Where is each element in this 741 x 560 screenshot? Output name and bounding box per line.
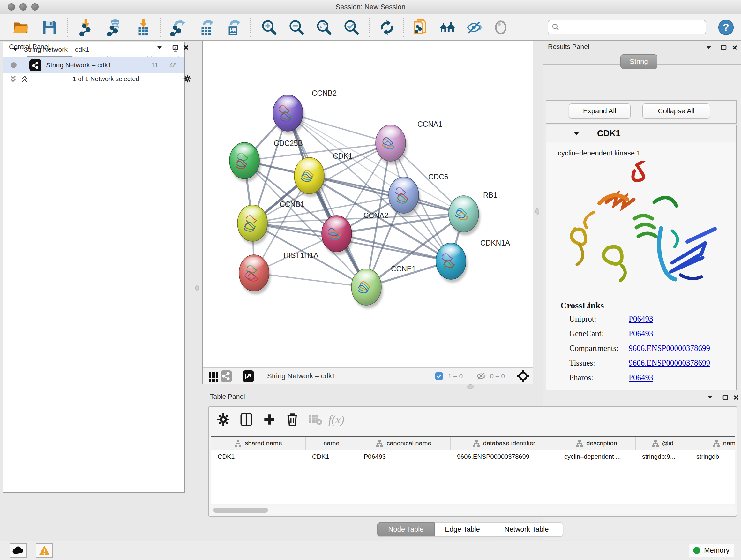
- gene-entry-header[interactable]: CDK1: [546, 125, 736, 142]
- import-network-from-database-button[interactable]: [105, 18, 124, 37]
- import-network-from-file-button[interactable]: [77, 18, 96, 37]
- column-header-label: shared name: [245, 440, 282, 447]
- tab-node-table[interactable]: Node Table: [377, 522, 434, 537]
- results-panel-menu-button[interactable]: [704, 44, 713, 52]
- columns-icon: [239, 412, 254, 427]
- node-RB1[interactable]: [449, 196, 480, 235]
- string-home-button[interactable]: [438, 18, 456, 37]
- gear-icon: [183, 74, 192, 84]
- search-field[interactable]: [548, 20, 706, 35]
- zoom-in-button[interactable]: [260, 18, 278, 37]
- tab-network-table[interactable]: Network Table: [490, 522, 563, 537]
- column-header--id[interactable]: @id: [636, 437, 690, 450]
- network-options-button[interactable]: [183, 75, 192, 83]
- zoom-selected-icon: [343, 19, 360, 36]
- delete-column-button[interactable]: [283, 411, 301, 428]
- network-view-panel: CCNB2CCNA1CDC25BCDK1CDC6RB1CCNB1CCNA2HIS…: [202, 41, 533, 384]
- cloud-status-button[interactable]: [10, 543, 27, 558]
- table-cell[interactable]: stringdb:9...: [636, 450, 690, 463]
- crosslink-value-link[interactable]: 9606.ENSP00000378699: [629, 344, 710, 353]
- table-horizontal-scrollbar[interactable]: [211, 506, 735, 514]
- help-button[interactable]: ?: [717, 18, 735, 37]
- table-cell[interactable]: CDK1: [211, 450, 306, 463]
- export-table-button[interactable]: [197, 18, 216, 37]
- crosslink-value-link[interactable]: P06493: [629, 329, 653, 338]
- hide-unhide-button[interactable]: [465, 18, 483, 37]
- table-cell[interactable]: stringdb: [690, 450, 735, 463]
- table-cell[interactable]: P06493: [357, 450, 451, 463]
- node-CDK1[interactable]: [294, 158, 326, 197]
- open-session-button[interactable]: [11, 18, 30, 37]
- center-view-button[interactable]: [517, 370, 529, 382]
- table-row[interactable]: CDK1CDK1P064939606.ENSP00000378699cyclin…: [211, 450, 735, 463]
- table-cell[interactable]: cyclin–dependent ...: [558, 450, 636, 463]
- protein-structure-image: [558, 161, 724, 295]
- svg-text:?: ?: [723, 21, 729, 33]
- node-CCNB2[interactable]: [273, 95, 305, 134]
- left-splitter-handle[interactable]: [195, 285, 199, 291]
- string-document-button[interactable]: [412, 18, 430, 37]
- node-label-CDK1: CDK1: [333, 152, 352, 160]
- collapse-all-networks-button[interactable]: [9, 75, 17, 83]
- zoom-selected-button[interactable]: [342, 18, 360, 37]
- table-cell[interactable]: 9606.ENSP00000378699: [451, 450, 558, 463]
- delete-table-button-disabled: [307, 411, 324, 428]
- column-header-canonical-name[interactable]: canonical name: [357, 437, 451, 450]
- column-header-label: @id: [662, 440, 674, 447]
- node-CDC6[interactable]: [389, 177, 420, 216]
- external-arrow-icon: [242, 370, 254, 382]
- collapse-all-button[interactable]: Collapse All: [643, 104, 710, 119]
- import-table-from-file-button[interactable]: [134, 18, 152, 37]
- export-network-button[interactable]: [169, 18, 188, 37]
- save-session-button[interactable]: [40, 18, 59, 37]
- node-CCNA1[interactable]: [376, 125, 407, 165]
- show-columns-button[interactable]: [238, 411, 255, 428]
- tab-string[interactable]: String: [620, 54, 657, 69]
- results-panel-close-button[interactable]: [731, 44, 739, 52]
- search-input[interactable]: [560, 21, 705, 33]
- inactive-eye-button[interactable]: [491, 18, 510, 37]
- network-canvas[interactable]: CCNB2CCNA1CDC25BCDK1CDC6RB1CCNB1CCNA2HIS…: [203, 41, 533, 368]
- edge-CCNE1-HIST1H1A[interactable]: [254, 273, 366, 287]
- tab-edge-table[interactable]: Edge Table: [435, 522, 490, 537]
- zoom-out-button[interactable]: [287, 18, 306, 37]
- column-header-shared-name[interactable]: shared name: [211, 437, 306, 450]
- network-collection-row[interactable]: String Network – cdk1 1: [3, 42, 185, 57]
- export-network-icon: [170, 19, 187, 36]
- node-CDKN1A[interactable]: [436, 243, 468, 283]
- column-header-description[interactable]: description: [558, 437, 636, 450]
- column-header-database-identifier[interactable]: database identifier: [451, 437, 558, 450]
- birdseye-view-button[interactable]: [207, 370, 220, 382]
- warnings-button[interactable]: [36, 543, 53, 558]
- node-CCNA2[interactable]: [322, 215, 353, 255]
- crosslink-row: Tissues:9606.ENSP00000378699: [569, 359, 729, 368]
- memory-button[interactable]: Memory: [689, 544, 734, 557]
- table-panel-menu-button[interactable]: [706, 393, 714, 401]
- column-header-namespace[interactable]: namespace: [690, 437, 735, 450]
- table-panel-close-button[interactable]: [732, 393, 740, 401]
- node-CCNB1[interactable]: [238, 205, 269, 245]
- table-options-button[interactable]: [214, 411, 232, 428]
- crosslink-row: Compartments:9606.ENSP00000378699: [569, 344, 729, 353]
- table-cell[interactable]: CDK1: [306, 450, 357, 463]
- fit-content-button[interactable]: [315, 18, 333, 37]
- export-image-button[interactable]: [224, 18, 243, 37]
- crosslink-value-link[interactable]: P06493: [629, 314, 653, 323]
- network-row-selected[interactable]: String Network – cdk1 11 48: [3, 57, 185, 73]
- apply-layout-button[interactable]: [378, 18, 396, 37]
- table-panel-float-button[interactable]: [721, 393, 730, 401]
- fx-icon: f(x): [328, 413, 344, 426]
- right-splitter-handle[interactable]: [536, 208, 539, 214]
- scrollbar-thumb[interactable]: [213, 508, 268, 513]
- crosslink-value-link[interactable]: P06493: [629, 373, 653, 382]
- expand-all-button[interactable]: Expand All: [569, 104, 630, 119]
- node-table[interactable]: shared namenamecanonical namedatabase id…: [211, 436, 735, 504]
- crosslink-value-link[interactable]: 9606.ENSP00000378699: [629, 359, 710, 368]
- node-CCNE1[interactable]: [351, 269, 383, 308]
- open-in-new-window-button[interactable]: [242, 370, 255, 382]
- expand-all-networks-button[interactable]: [20, 75, 29, 83]
- column-header-name[interactable]: name: [306, 437, 357, 450]
- node-HIST1H1A[interactable]: [239, 255, 271, 294]
- results-panel-float-button[interactable]: [720, 44, 728, 52]
- create-column-button[interactable]: [260, 411, 278, 428]
